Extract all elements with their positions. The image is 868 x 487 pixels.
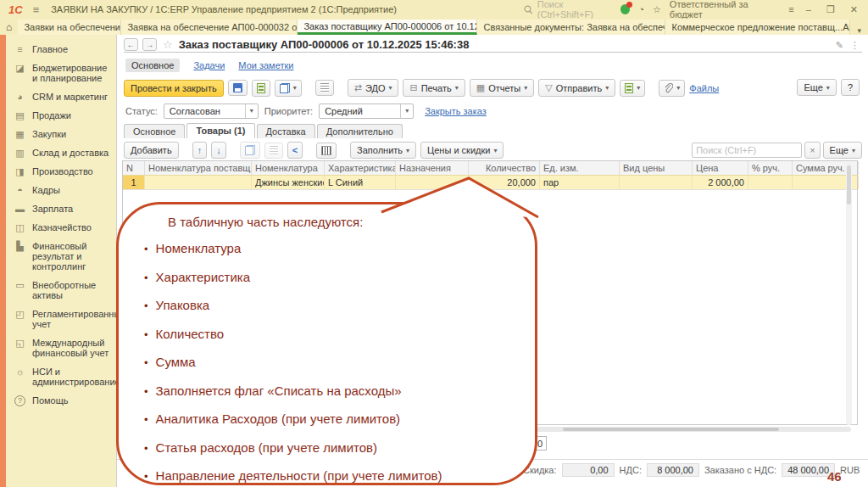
sidebar-item-ifrs[interactable]: ◱Международный финансовый учет bbox=[6, 333, 116, 362]
attach-file-button[interactable]: ▾ bbox=[620, 80, 645, 97]
prices-discounts-button[interactable]: Цены и скидки▾ bbox=[420, 142, 504, 159]
tab-related-documents[interactable]: Связанные документы: Заявка на обеспечен… bbox=[477, 20, 665, 35]
budgeting-icon: ◪ bbox=[14, 63, 25, 73]
table-search-input[interactable] bbox=[692, 143, 802, 158]
global-search-placeholder: Поиск (Ctrl+Shift+F) bbox=[537, 0, 620, 20]
vertical-scrollbar[interactable] bbox=[846, 162, 852, 425]
save-button[interactable] bbox=[228, 80, 248, 96]
main-menu-icon[interactable]: ≡ bbox=[33, 3, 40, 16]
sidebar-item-noncurrent-assets[interactable]: ▭Внеоборотные активы bbox=[6, 276, 116, 305]
tab-commercial-offer[interactable]: Коммерческое предложение поставщ...АП00-… bbox=[665, 20, 850, 35]
move-up-button[interactable]: ↑ bbox=[192, 142, 208, 159]
paperclip-button[interactable]: ▾ bbox=[659, 80, 685, 97]
edo-button[interactable]: ⇄ЭДО▾ bbox=[348, 79, 399, 97]
create-based-on-icon bbox=[280, 83, 290, 93]
search-icon bbox=[524, 5, 533, 14]
status-select[interactable]: Согласован ▾ bbox=[164, 104, 259, 119]
save-icon bbox=[233, 83, 242, 92]
sidebar-item-nsi-admin[interactable]: ☼НСИ и администрирование bbox=[6, 362, 116, 391]
purchases-icon: ▦ bbox=[14, 129, 25, 139]
form-tab-goods[interactable]: Товары (1) bbox=[186, 123, 254, 138]
priority-label: Приоритет: bbox=[264, 106, 313, 116]
close-window-button[interactable]: ✕ bbox=[847, 4, 861, 15]
sidebar-item-purchases[interactable]: ▦Закупки bbox=[6, 125, 116, 143]
form-tab-main[interactable]: Основное bbox=[124, 124, 185, 138]
nav-my-notes[interactable]: Мои заметки bbox=[238, 60, 293, 70]
share-button[interactable]: < bbox=[287, 142, 303, 159]
more-dots-icon[interactable]: ⋮ bbox=[850, 40, 860, 51]
edit-icon[interactable]: ✎ bbox=[836, 40, 843, 51]
history-icon[interactable]: ◔ bbox=[638, 4, 644, 14]
nav-main[interactable]: Основное bbox=[125, 59, 180, 72]
sidebar-item-warehouse[interactable]: ▥Склад и доставка bbox=[6, 143, 116, 162]
barcode-scan-button[interactable] bbox=[316, 143, 337, 159]
form-tabs-divider bbox=[124, 52, 862, 53]
more-button[interactable]: Еще▾ bbox=[797, 79, 836, 96]
collaboration-icon[interactable] bbox=[620, 4, 631, 14]
sidebar-item-payroll[interactable]: ▬Зарплата bbox=[6, 199, 116, 218]
priority-select[interactable]: Средний ▾ bbox=[319, 104, 414, 119]
gear-icon: ☼ bbox=[14, 367, 25, 377]
share-icon: < bbox=[292, 145, 298, 155]
form-tab-delivery[interactable]: Доставка bbox=[257, 124, 315, 138]
sidebar-item-production[interactable]: ◨Производство bbox=[6, 162, 116, 181]
callout-item: •Характеристика bbox=[144, 270, 535, 284]
maximize-button[interactable]: ❒ bbox=[823, 4, 838, 15]
sidebar-item-help[interactable]: ?Помощь bbox=[6, 391, 116, 411]
help-button[interactable]: ? bbox=[841, 79, 860, 96]
sidebar-item-regulated-accounting[interactable]: ◰Регламентированный учет bbox=[6, 305, 116, 333]
sidebar-item-main[interactable]: ≡Главное bbox=[6, 40, 116, 59]
sidebar-item-fin-result[interactable]: ▙Финансовый результат и контроллинг bbox=[6, 237, 116, 276]
table-more-button[interactable]: Еще▾ bbox=[823, 142, 862, 159]
sidebar-item-sales[interactable]: ▤Продажи bbox=[6, 106, 116, 125]
vat-label: НДС: bbox=[620, 465, 642, 475]
send-button[interactable]: ▽Отправить▾ bbox=[538, 79, 615, 97]
copy-row-button[interactable] bbox=[240, 142, 260, 159]
close-order-link[interactable]: Закрыть заказ bbox=[425, 106, 487, 116]
callout-item: •Упаковка bbox=[144, 298, 535, 312]
post-button[interactable] bbox=[252, 80, 270, 97]
home-tab-icon[interactable]: ⌂ bbox=[0, 21, 18, 35]
register-records-icon bbox=[320, 83, 329, 92]
file-icon bbox=[625, 83, 633, 93]
tab-request-000032[interactable]: Заявка на обеспечение АП00-000032 от 08.… bbox=[121, 20, 298, 35]
add-row-button[interactable]: Добавить bbox=[124, 142, 179, 159]
main-icon: ≡ bbox=[14, 44, 25, 54]
back-icon[interactable]: ← bbox=[124, 38, 138, 51]
panel-settings-icon[interactable]: ≡ bbox=[788, 4, 793, 14]
sidebar-item-treasury[interactable]: ◫Казначейство bbox=[6, 218, 116, 237]
sidebar-item-budgeting[interactable]: ◪Бюджетирование и планирование bbox=[6, 59, 116, 87]
barcode-icon bbox=[321, 146, 331, 155]
move-down-button[interactable]: ↓ bbox=[211, 142, 226, 159]
files-link[interactable]: Файлы bbox=[689, 83, 719, 93]
responsible-label: Ответственный за бюджет bbox=[670, 0, 781, 20]
callout-tail bbox=[364, 168, 551, 221]
minimize-button[interactable]: – bbox=[803, 4, 815, 14]
sidebar-item-hr[interactable]: ◓Кадры bbox=[6, 181, 116, 199]
sidebar-item-crm[interactable]: ◕CRM и маркетинг bbox=[6, 87, 116, 106]
document-register-button[interactable] bbox=[315, 80, 334, 96]
reports-icon: ▦ bbox=[476, 82, 485, 93]
global-search[interactable]: Поиск (Ctrl+Shift+F) bbox=[524, 0, 620, 20]
chevron-down-icon[interactable]: ▾ bbox=[245, 104, 258, 118]
paste-row-button[interactable] bbox=[264, 143, 283, 159]
clear-search-icon[interactable]: × bbox=[804, 142, 820, 159]
favorite-star-icon[interactable]: ☆ bbox=[163, 38, 173, 51]
reports-button[interactable]: ▦Отчеты▾ bbox=[470, 79, 534, 97]
1c-logo-icon: 1С bbox=[8, 3, 23, 16]
fill-button[interactable]: Заполнить▾ bbox=[350, 142, 416, 159]
tab-overflow-icon[interactable]: ▾ bbox=[850, 26, 868, 35]
fin-result-icon: ▙ bbox=[14, 241, 25, 251]
edo-icon: ⇄ bbox=[354, 82, 362, 93]
tab-supplier-order-000006[interactable]: Заказ поставщику АП00-000006 от 10.12.20… bbox=[298, 20, 477, 35]
form-tab-additional[interactable]: Дополнительно bbox=[317, 124, 403, 138]
tab-requests-list[interactable]: Заявки на обеспечение × bbox=[18, 20, 121, 35]
chevron-down-icon[interactable]: ▾ bbox=[400, 104, 413, 118]
nav-tasks[interactable]: Задачи bbox=[193, 60, 225, 70]
favorites-icon[interactable]: ☆ bbox=[653, 4, 661, 15]
print-button[interactable]: ⊟Печать▾ bbox=[403, 79, 465, 97]
create-based-on-button[interactable]: ▾ bbox=[275, 80, 302, 97]
callout-item: •Статья расходов (при учете лимитов) bbox=[144, 440, 535, 455]
post-and-close-button[interactable]: Провести и закрыть bbox=[124, 80, 224, 97]
forward-icon[interactable]: → bbox=[142, 38, 157, 51]
